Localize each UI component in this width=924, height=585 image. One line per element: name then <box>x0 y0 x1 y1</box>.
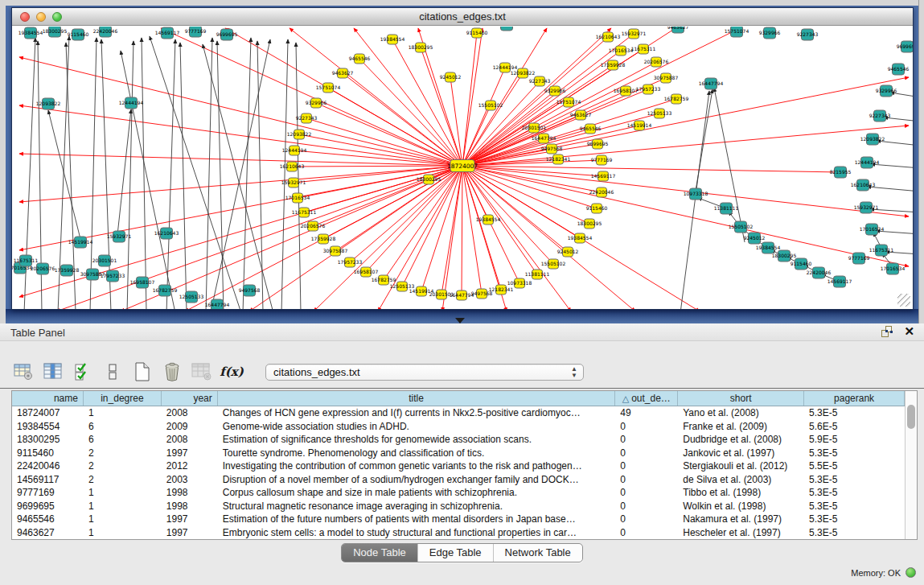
graph-node[interactable]: 9245012 <box>744 233 766 244</box>
graph-node[interactable]: 9115460 <box>68 29 89 40</box>
graph-node[interactable]: 15932971 <box>622 29 647 39</box>
graph-node[interactable]: 12444194 <box>282 146 307 155</box>
graph-node[interactable]: 11675311 <box>631 44 656 54</box>
graph-node[interactable]: 10973318 <box>684 188 708 200</box>
graph-node[interactable]: 18300295 <box>577 219 602 229</box>
graph-node[interactable]: 15751074 <box>316 83 341 93</box>
graph-node[interactable]: 15932971 <box>854 202 879 213</box>
table-cell[interactable]: 5.3E-5 <box>804 500 905 513</box>
table-cell[interactable]: 2012 <box>162 459 218 473</box>
table-cell[interactable]: 5.3E-5 <box>804 513 905 526</box>
row-height-icon[interactable] <box>102 361 123 382</box>
table-cell[interactable]: 1 <box>84 406 162 420</box>
table-cell[interactable]: 1998 <box>162 500 218 513</box>
table-cell[interactable]: 9463627 <box>12 526 84 540</box>
table-cell[interactable]: 6 <box>84 433 162 447</box>
graph-node[interactable]: 9227343 <box>869 110 891 122</box>
graph-edge[interactable] <box>101 39 111 309</box>
graph-node[interactable]: 16958107 <box>614 86 639 96</box>
table-cell[interactable]: 0 <box>615 433 678 447</box>
table-row[interactable]: 911546021997Tourette syndrome. Phenomeno… <box>12 447 905 460</box>
table-row[interactable]: 1938455462009Genome-wide association stu… <box>12 420 905 434</box>
memory-indicator[interactable]: Memory: OK <box>851 567 916 578</box>
table-cell[interactable]: 1 <box>84 500 162 513</box>
graph-node[interactable]: 18300295 <box>43 27 68 37</box>
table-row[interactable]: 1456911722003Disruption of a novel membe… <box>12 473 905 487</box>
table-cell[interactable]: 19384554 <box>12 420 84 434</box>
graph-node[interactable]: 11675311 <box>869 245 894 256</box>
table-cell[interactable]: 14569117 <box>12 473 84 487</box>
graph-edge[interactable] <box>150 36 241 309</box>
graph-edge[interactable] <box>281 39 288 309</box>
table-cell[interactable]: 5.3E-5 <box>804 473 905 487</box>
table-cell[interactable]: Jankovic et al. (1997) <box>678 447 804 460</box>
table-cell[interactable]: 6 <box>84 420 162 434</box>
table-cell[interactable]: 49 <box>615 406 678 420</box>
table-cell[interactable]: Hescheler et al. (1997) <box>678 526 804 540</box>
table-cell[interactable]: 5.6E-5 <box>804 420 905 434</box>
graph-node[interactable]: 17016534 <box>609 46 634 56</box>
graph-node[interactable]: 9329966 <box>544 86 566 96</box>
function-builder-icon[interactable]: f(x) <box>221 361 242 382</box>
graph-node[interactable]: 12505133 <box>647 109 672 118</box>
graph-node[interactable]: 9227343 <box>797 29 819 40</box>
table-cell[interactable]: Tibbo et al. (1998) <box>678 486 804 500</box>
graph-edge[interactable] <box>696 89 713 191</box>
table-cell[interactable]: Stergiakouli et al. (2012) <box>678 459 804 473</box>
table-row[interactable]: 946362711997Embryonic stem cells: a mode… <box>12 526 905 540</box>
column-header-title[interactable]: title <box>218 391 616 406</box>
graph-node[interactable]: 16447794 <box>205 299 230 309</box>
graph-node[interactable]: 18300295 <box>409 43 433 52</box>
tab-network-table[interactable]: Network Table <box>494 544 582 562</box>
vertical-scrollbar[interactable] <box>905 391 917 539</box>
table-cell[interactable]: 1 <box>84 486 162 500</box>
table-cell[interactable]: 9465546 <box>12 513 84 526</box>
graph-node[interactable]: 18724007 <box>447 160 478 172</box>
graph-node[interactable]: 22420046 <box>93 27 118 37</box>
graph-node[interactable]: 11381111 <box>714 203 739 214</box>
graph-node[interactable]: 16958107 <box>130 277 155 288</box>
graph-edge[interactable] <box>316 103 462 166</box>
graph-edge[interactable] <box>462 166 909 266</box>
graph-node[interactable]: 12444194 <box>855 157 880 168</box>
table-row[interactable]: 977716911998Corpus callosum shape and si… <box>12 486 905 500</box>
table-cell[interactable]: 0 <box>615 459 678 473</box>
graph-node[interactable]: 17016534 <box>860 224 885 235</box>
graph-node[interactable]: 9699695 <box>897 41 913 52</box>
float-panel-icon[interactable] <box>881 326 893 337</box>
table-cell[interactable]: 5.3E-5 <box>804 447 905 460</box>
table-cell[interactable]: Estimation of the future numbers of pati… <box>218 513 616 526</box>
table-cell[interactable]: 2 <box>84 459 162 473</box>
table-cell[interactable]: Genome-wide association studies in ADHD. <box>218 420 616 434</box>
graph-node[interactable]: 9777169 <box>848 253 870 264</box>
column-header-out_de[interactable]: △out_de… <box>615 391 678 406</box>
graph-node[interactable]: 9777169 <box>591 155 613 165</box>
tab-node-table[interactable]: Node Table <box>342 544 418 562</box>
graph-node[interactable]: 12093822 <box>36 98 61 109</box>
table-cell[interactable]: 5.3E-5 <box>804 486 905 500</box>
table-cell[interactable]: 22420046 <box>12 459 84 473</box>
table-cell[interactable]: Dudbridge et al. (2008) <box>678 433 804 447</box>
graph-node[interactable]: 9245012 <box>557 247 579 257</box>
graph-node[interactable]: 9465546 <box>888 64 910 75</box>
table-cell[interactable]: 9699695 <box>12 500 84 513</box>
graph-node[interactable]: 19384554 <box>568 233 593 243</box>
table-cell[interactable]: 0 <box>615 420 678 434</box>
network-window-titlebar[interactable]: citations_edges.txt <box>12 8 913 26</box>
graph-edge[interactable] <box>243 38 251 309</box>
table-cell[interactable]: 5.9E-5 <box>804 433 905 447</box>
graph-node[interactable]: 16782759 <box>664 94 689 104</box>
graph-node[interactable]: 14569117 <box>827 276 852 287</box>
column-header-short[interactable]: short <box>678 391 804 406</box>
table-cell[interactable]: Corpus callosum shape and size in male p… <box>218 486 616 500</box>
graph-node[interactable]: 16210643 <box>851 179 876 191</box>
table-cell[interactable]: 0 <box>615 473 678 487</box>
graph-node[interactable]: 12093822 <box>860 134 885 145</box>
graph-node[interactable]: 9497568 <box>239 285 261 296</box>
graph-edge[interactable] <box>203 44 273 309</box>
table-cell[interactable]: Structural magnetic resonance image aver… <box>218 500 616 513</box>
graph-node[interactable]: 19384554 <box>18 27 43 39</box>
table-cell[interactable]: Tourette syndrome. Phenomenology and cla… <box>218 447 616 460</box>
graph-edge[interactable] <box>392 39 462 166</box>
graph-node[interactable]: 17957233 <box>338 257 363 267</box>
